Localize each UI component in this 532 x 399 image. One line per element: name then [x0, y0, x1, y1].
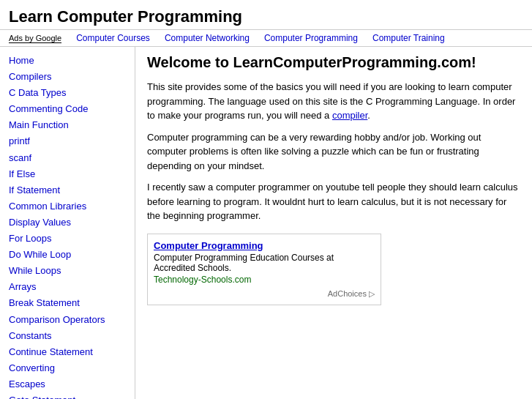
- ad-description: Computer Programming Education Courses a…: [154, 253, 375, 273]
- sidebar-link-c-data-types[interactable]: C Data Types: [9, 85, 126, 101]
- sidebar-link-while-loops[interactable]: While Loops: [9, 263, 126, 279]
- ads-link-training[interactable]: Computer Training: [372, 33, 445, 43]
- ads-link-networking[interactable]: Computer Networking: [165, 33, 250, 43]
- content-heading: Welcome to LearnComputerProgramming.com!: [147, 54, 520, 71]
- sidebar-link-if-statement[interactable]: If Statement: [9, 182, 126, 198]
- sidebar-link-compilers[interactable]: Compilers: [9, 69, 126, 85]
- sidebar-link-arrays[interactable]: Arrays: [9, 279, 126, 295]
- sidebar-link-if-else[interactable]: If Else: [9, 166, 126, 182]
- sidebar-link-common-libraries[interactable]: Common Libraries: [9, 198, 126, 215]
- sidebar-link-home[interactable]: Home: [9, 53, 126, 69]
- sidebar-link-goto-statement[interactable]: Goto Statement: [9, 392, 126, 399]
- sidebar-link-comparison-operators[interactable]: Comparison Operators: [9, 312, 126, 328]
- ads-bar: Ads by Google Computer Courses Computer …: [0, 30, 532, 47]
- ad-url: Technology-Schools.com: [154, 275, 375, 285]
- sidebar-link-commenting-code[interactable]: Commenting Code: [9, 101, 126, 117]
- content-area: Welcome to LearnComputerProgramming.com!…: [135, 47, 532, 399]
- content-para3: I recently saw a computer programmer on …: [147, 180, 520, 223]
- compiler-link[interactable]: compiler: [332, 110, 367, 121]
- sidebar-link-constants[interactable]: Constants: [9, 328, 126, 344]
- sidebar-link-do-while-loop[interactable]: Do While Loop: [9, 247, 126, 263]
- para1-after: .: [367, 110, 370, 121]
- sidebar-link-escapes[interactable]: Escapes: [9, 376, 126, 392]
- page-title: Learn Computer Programming: [0, 0, 532, 30]
- sidebar-link-break-statement[interactable]: Break Statement: [9, 295, 126, 311]
- sidebar-link-for-loops[interactable]: For Loops: [9, 231, 126, 247]
- ad-box: Computer Programming Computer Programmin…: [147, 234, 381, 305]
- content-para1: This site provides some of the basics yo…: [147, 80, 520, 123]
- content-para2: Computer programming can be a very rewar…: [147, 130, 520, 174]
- sidebar-link-printf[interactable]: printf: [9, 133, 126, 149]
- sidebar-link-main-function[interactable]: Main Function: [9, 117, 126, 133]
- ads-by-google-label: Ads by Google: [9, 34, 61, 42]
- ads-link-programming[interactable]: Computer Programming: [264, 33, 358, 43]
- main-layout: Home Compilers C Data Types Commenting C…: [0, 47, 532, 399]
- sidebar-link-continue-statement[interactable]: Continue Statement: [9, 344, 126, 360]
- ads-link-courses[interactable]: Computer Courses: [76, 33, 150, 43]
- sidebar-link-converting[interactable]: Converting: [9, 360, 126, 376]
- sidebar: Home Compilers C Data Types Commenting C…: [0, 47, 135, 399]
- sidebar-link-scanf[interactable]: scanf: [9, 150, 126, 166]
- ad-link[interactable]: Computer Programming: [154, 240, 375, 251]
- para1-before: This site provides some of the basics yo…: [147, 81, 515, 121]
- sidebar-link-display-values[interactable]: Display Values: [9, 215, 126, 231]
- ad-choices: AdChoices ▷: [154, 289, 375, 299]
